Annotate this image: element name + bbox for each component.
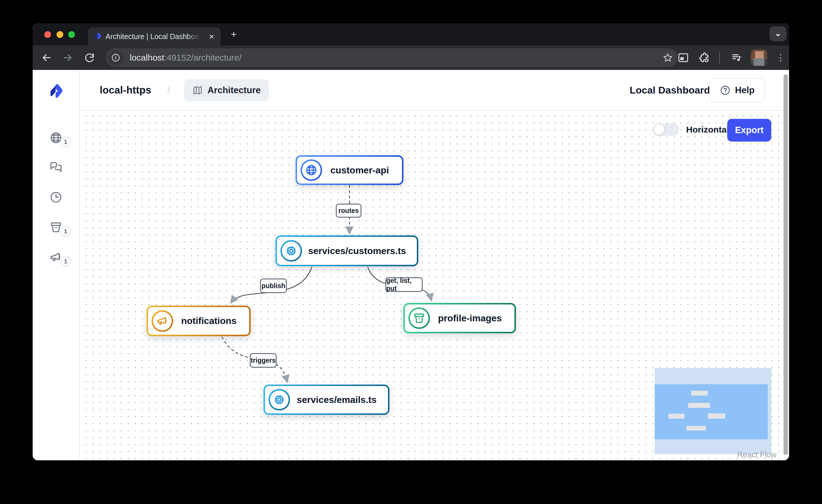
- node-icon-ring: [301, 159, 322, 181]
- encore-logo[interactable]: [49, 83, 63, 100]
- node-services-emails[interactable]: services/emails.ts: [264, 385, 389, 415]
- architecture-nav-button[interactable]: Architecture: [184, 79, 269, 101]
- encore-favicon: [94, 32, 102, 40]
- chip-icon: [273, 394, 285, 406]
- forward-icon[interactable]: [62, 52, 73, 64]
- url-text[interactable]: localhost:49152/architecture/: [130, 48, 242, 67]
- address-bar[interactable]: localhost:49152/architecture/: [106, 48, 678, 67]
- node-label: services/customers.ts: [302, 246, 417, 256]
- environment-label: Local Dashboard: [630, 70, 710, 110]
- back-icon[interactable]: [41, 52, 52, 64]
- app-header: local-https / Architecture Local Dashboa…: [80, 70, 789, 111]
- new-tab-button[interactable]: +: [229, 29, 239, 40]
- node-label: notifications: [173, 316, 249, 326]
- node-label: customer-api: [322, 165, 402, 176]
- architecture-nav-label: Architecture: [208, 85, 261, 96]
- minimap-viewport: [655, 384, 768, 439]
- node-label: services/emails.ts: [290, 394, 388, 405]
- node-services-customers[interactable]: services/customers.ts: [276, 235, 418, 266]
- media-playlist-icon[interactable]: [731, 52, 742, 64]
- help-label: Help: [735, 85, 754, 96]
- minimap-node: [691, 391, 708, 396]
- profile-avatar[interactable]: [751, 50, 767, 66]
- tab-search-chevron-button[interactable]: ⌄: [770, 26, 786, 41]
- sidebar-badge: 1: [60, 256, 71, 267]
- browser-toolbar: localhost:49152/architecture/ ⋮: [33, 45, 789, 70]
- edge-label-routes: routes: [336, 204, 361, 218]
- bucket-icon: [413, 312, 425, 324]
- tab-title-fade: [187, 27, 205, 45]
- node-notifications[interactable]: notifications: [147, 306, 251, 336]
- minimap-node: [687, 426, 706, 431]
- window-close-button[interactable]: [44, 31, 51, 38]
- node-label: profile-images: [430, 313, 514, 324]
- clock-icon[interactable]: [50, 191, 62, 204]
- sidebar-badge: 1: [60, 226, 71, 237]
- tab-strip: Architecture | Local Dashboar ✕ + ⌄: [33, 23, 789, 45]
- flow-minimap[interactable]: [655, 368, 771, 454]
- browser-menu-icon[interactable]: ⋮: [775, 52, 786, 64]
- react-flow-attribution: React Flow: [675, 450, 777, 459]
- help-circle-icon: [720, 85, 731, 96]
- toggle-knob: [654, 124, 664, 135]
- node-icon-ring: [408, 307, 430, 329]
- edge-label-publish: publish: [260, 279, 287, 293]
- horizontal-toggle-label: Horizontal: [686, 124, 729, 136]
- node-profile-images[interactable]: profile-images: [403, 303, 516, 333]
- url-host: localhost: [130, 53, 164, 62]
- url-path: :49152/architecture/: [164, 53, 241, 62]
- export-button[interactable]: Export: [727, 119, 771, 142]
- sidebar-badge: 1: [60, 136, 71, 147]
- app-sidebar: 1 1 1: [33, 70, 80, 460]
- site-info-icon[interactable]: [108, 50, 123, 65]
- edge-label-get-list-put: get, list, put: [385, 277, 423, 292]
- horizontal-toggle[interactable]: [653, 124, 679, 136]
- bookmark-star-icon[interactable]: [663, 52, 673, 63]
- node-customer-api[interactable]: customer-api: [296, 155, 403, 185]
- minimap-node: [669, 414, 685, 419]
- side-panel-icon[interactable]: [678, 52, 689, 64]
- extensions-icon[interactable]: [699, 52, 710, 64]
- minimap-node: [708, 413, 725, 419]
- window-zoom-button[interactable]: [68, 31, 75, 38]
- architecture-canvas[interactable]: customer-api services/customers.ts: [80, 110, 789, 460]
- help-button[interactable]: Help: [709, 78, 765, 103]
- reload-icon[interactable]: [84, 52, 95, 64]
- globe-icon: [305, 164, 318, 176]
- map-icon: [192, 85, 203, 96]
- megaphone-icon: [156, 315, 168, 327]
- scrollbar-thumb[interactable]: [784, 74, 788, 455]
- minimap-node: [688, 403, 710, 408]
- chip-icon: [285, 245, 297, 257]
- window-minimize-button[interactable]: [57, 31, 63, 38]
- chat-icon[interactable]: [50, 161, 62, 174]
- node-icon-ring: [151, 310, 173, 332]
- browser-tab[interactable]: Architecture | Local Dashboar ✕: [88, 27, 221, 45]
- breadcrumb-separator: /: [167, 70, 170, 110]
- app-content: 1 1 1 local-https / Architecture Local D…: [33, 70, 789, 460]
- tab-close-icon[interactable]: ✕: [207, 32, 216, 41]
- toolbar-separator: [719, 52, 720, 64]
- node-icon-ring: [269, 389, 290, 410]
- browser-window: Architecture | Local Dashboar ✕ + ⌄ loca…: [33, 23, 789, 460]
- node-icon-ring: [281, 240, 302, 262]
- app-name: local-https: [100, 70, 151, 110]
- edge-label-triggers: triggers: [250, 353, 277, 368]
